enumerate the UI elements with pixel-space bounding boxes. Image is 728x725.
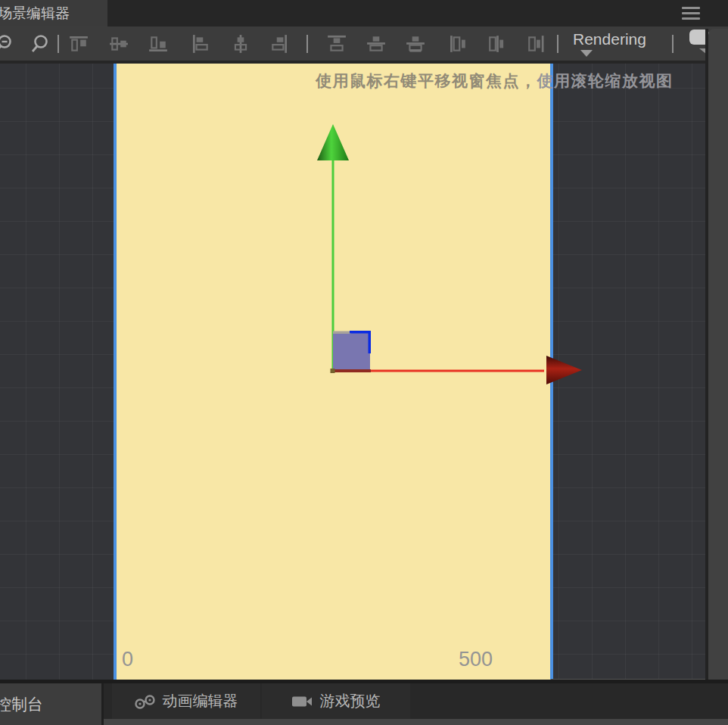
distribute-top-icon[interactable] xyxy=(325,26,348,61)
tab-game-preview-label: 游戏预览 xyxy=(320,691,381,711)
tab-scene-editor[interactable]: 场景编辑器 xyxy=(0,0,107,26)
design-canvas[interactable] xyxy=(114,64,553,680)
console-panel-edge xyxy=(0,719,728,725)
bottom-tab-bar: 控制台 动画编辑器 游戏预览 xyxy=(0,680,728,725)
zoom-out-icon[interactable] xyxy=(0,26,15,61)
chevron-down-icon xyxy=(580,50,593,57)
tab-console-label: 控制台 xyxy=(0,694,43,715)
tab-animation-editor[interactable]: 动画编辑器 xyxy=(112,683,260,719)
align-middle-icon[interactable] xyxy=(107,26,130,61)
toolbar-separator xyxy=(306,35,308,53)
align-top-icon[interactable] xyxy=(67,26,90,61)
tab-scene-editor-label: 场景编辑器 xyxy=(0,0,70,26)
distribute-hcenter-icon[interactable] xyxy=(486,26,509,61)
hamburger-icon[interactable] xyxy=(682,7,700,20)
zoom-in-icon[interactable] xyxy=(29,26,51,61)
align-bottom-icon[interactable] xyxy=(147,26,170,61)
hint-pan-text: 使用鼠标右键平移视窗焦点， xyxy=(316,72,537,89)
distribute-right-icon[interactable] xyxy=(525,26,548,61)
ruler-origin-label: 0 xyxy=(122,648,133,671)
align-right-icon[interactable] xyxy=(268,26,291,61)
ruler-end-label: 500 xyxy=(459,648,493,671)
top-tab-bar: 场景编辑器 xyxy=(0,0,728,26)
animation-icon xyxy=(135,694,156,709)
rendering-dropdown[interactable]: Rendering xyxy=(573,28,646,51)
right-panel-edge xyxy=(708,29,728,682)
distribute-left-icon[interactable] xyxy=(446,26,468,61)
viewport-hint-text: 使用鼠标右键平移视窗焦点，使用滚轮缩放视图 xyxy=(316,70,674,92)
game-preview-camera-icon xyxy=(292,695,313,708)
distribute-bottom-icon[interactable] xyxy=(404,26,427,61)
tab-console[interactable]: 控制台 xyxy=(0,683,104,725)
rendering-label: Rendering xyxy=(573,30,646,48)
tab-animation-editor-label: 动画编辑器 xyxy=(163,691,238,711)
toolbar-separator xyxy=(672,35,674,53)
toolbar-separator xyxy=(58,35,59,53)
scene-viewport[interactable]: 使用鼠标右键平移视窗焦点，使用滚轮缩放视图 xyxy=(0,64,728,680)
align-center-icon[interactable] xyxy=(229,26,252,61)
scene-toolbar: Rendering xyxy=(0,26,728,61)
hint-zoom-text: 使用滚轮缩放视图 xyxy=(537,72,674,89)
scene-editor-window: 场景编辑器 xyxy=(0,0,728,725)
distribute-vcenter-icon[interactable] xyxy=(365,26,387,61)
toolbar-separator xyxy=(557,35,558,53)
align-left-icon[interactable] xyxy=(189,26,212,61)
tab-game-preview[interactable]: 游戏预览 xyxy=(262,683,410,719)
